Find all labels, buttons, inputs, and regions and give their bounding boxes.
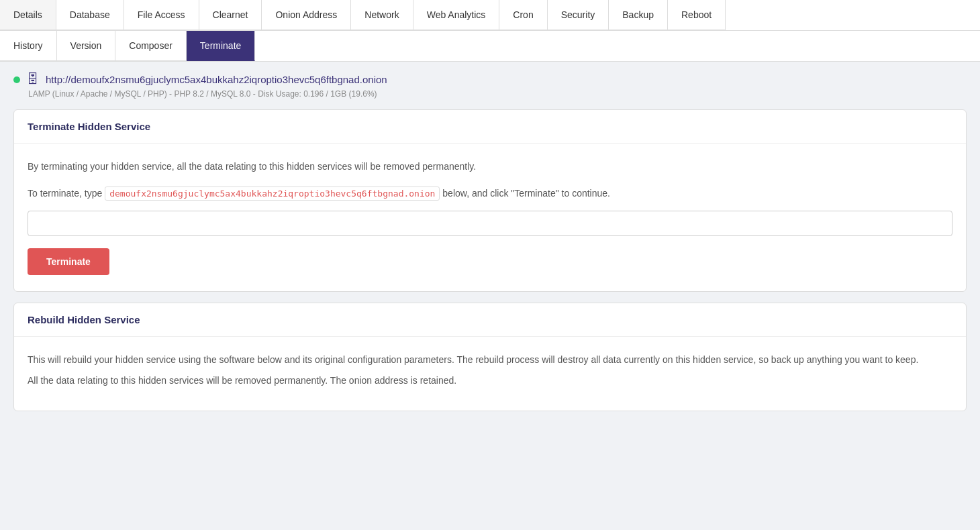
- rebuild-card: Rebuild Hidden Service This will rebuild…: [13, 303, 967, 411]
- tab-security[interactable]: Security: [548, 0, 609, 30]
- tab-details[interactable]: Details: [0, 0, 56, 30]
- tab-database[interactable]: Database: [56, 0, 124, 30]
- terminate-card-body: By terminating your hidden service, all …: [14, 144, 966, 291]
- tab-network[interactable]: Network: [351, 0, 413, 30]
- tab-row-2: HistoryVersionComposerTerminate: [0, 30, 980, 61]
- tab-cron[interactable]: Cron: [499, 0, 547, 30]
- tab-history[interactable]: History: [0, 31, 57, 61]
- rebuild-description-2: All the data relating to this hidden ser…: [28, 374, 952, 388]
- onion-code: demoufx2nsmu6gjuclymc5ax4bukkahz2iqropti…: [105, 187, 440, 201]
- instruction-suffix: below, and click "Terminate" to continue…: [442, 188, 610, 199]
- tab-onion-address[interactable]: Onion Address: [262, 0, 351, 30]
- site-url[interactable]: http://demoufx2nsmu6gjuclymc5ax4bukkahz2…: [46, 74, 387, 85]
- tab-version[interactable]: Version: [57, 31, 116, 61]
- tab-bar: DetailsDatabaseFile AccessClearnetOnion …: [0, 0, 980, 62]
- rebuild-card-title: Rebuild Hidden Service: [28, 314, 952, 325]
- tab-web-analytics[interactable]: Web Analytics: [413, 0, 500, 30]
- content-area: 🗄 http://demoufx2nsmu6gjuclymc5ax4bukkah…: [0, 62, 980, 433]
- database-icon: 🗄: [27, 72, 39, 87]
- tab-backup[interactable]: Backup: [609, 0, 668, 30]
- tab-row-1: DetailsDatabaseFile AccessClearnetOnion …: [0, 0, 980, 30]
- site-meta: LAMP (Linux / Apache / MySQL / PHP) - PH…: [13, 89, 967, 99]
- tab-file-access[interactable]: File Access: [124, 0, 199, 30]
- rebuild-card-body: This will rebuild your hidden service us…: [14, 337, 966, 411]
- terminate-card-header: Terminate Hidden Service: [14, 110, 966, 144]
- tab-composer[interactable]: Composer: [115, 31, 187, 61]
- terminate-button[interactable]: Terminate: [28, 248, 109, 275]
- terminate-card-title: Terminate Hidden Service: [28, 121, 952, 132]
- rebuild-card-header: Rebuild Hidden Service: [14, 303, 966, 337]
- terminate-card: Terminate Hidden Service By terminating …: [13, 109, 967, 292]
- terminate-description: By terminating your hidden service, all …: [28, 160, 952, 174]
- terminate-input[interactable]: [28, 211, 952, 236]
- instruction-prefix: To terminate, type: [28, 188, 102, 199]
- tab-clearnet[interactable]: Clearnet: [199, 0, 262, 30]
- rebuild-description-1: This will rebuild your hidden service us…: [28, 353, 952, 367]
- tab-terminate[interactable]: Terminate: [187, 31, 255, 61]
- tab-reboot[interactable]: Reboot: [668, 0, 726, 30]
- status-dot: [13, 76, 20, 83]
- terminate-instruction: To terminate, type demoufx2nsmu6gjuclymc…: [28, 186, 952, 201]
- site-header: 🗄 http://demoufx2nsmu6gjuclymc5ax4bukkah…: [13, 72, 967, 87]
